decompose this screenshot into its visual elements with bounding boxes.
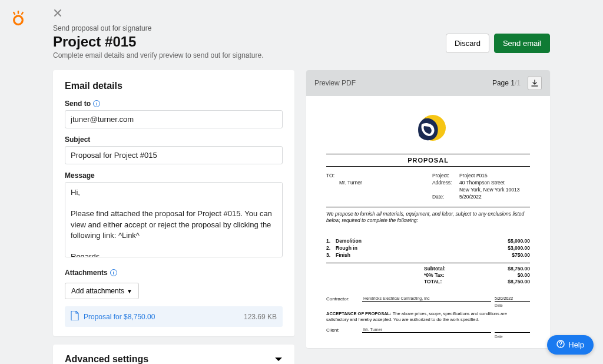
doc-address-line2: New York, New York 10013 bbox=[459, 187, 520, 193]
doc-project-label: Project: bbox=[432, 173, 459, 178]
doc-intro: We propose to furnish all materials, equ… bbox=[326, 207, 530, 224]
doc-date-value: 5/20/2022 bbox=[459, 194, 482, 200]
page-subtitle: Complete email details and verify previe… bbox=[53, 51, 264, 59]
email-details-card: Email details Send to i Subject Message … bbox=[53, 70, 294, 336]
info-icon[interactable]: i bbox=[93, 100, 100, 107]
info-icon[interactable]: i bbox=[110, 269, 117, 276]
add-attachments-button[interactable]: Add attachments ▼ bbox=[65, 283, 139, 299]
chevron-down-icon bbox=[274, 354, 283, 364]
doc-title: PROPOSAL bbox=[326, 154, 530, 167]
attachment-size: 123.69 KB bbox=[244, 313, 277, 321]
attachments-label: Attachments i bbox=[65, 269, 283, 277]
subject-label: Subject bbox=[65, 135, 283, 144]
download-button[interactable] bbox=[528, 76, 542, 90]
svg-rect-0 bbox=[18, 11, 19, 14]
chevron-down-icon: ▼ bbox=[127, 288, 132, 294]
doc-line-items: 1.Demolition$5,000.00 2.Rough in$3,000.0… bbox=[326, 238, 530, 263]
svg-rect-2 bbox=[21, 11, 24, 15]
doc-line-item: 1.Demolition$5,000.00 bbox=[326, 238, 530, 244]
doc-line-item: 2.Rough in$3,000.00 bbox=[326, 245, 530, 251]
email-details-heading: Email details bbox=[65, 81, 283, 91]
page-indicator: Page 1/1 bbox=[492, 79, 521, 87]
send-to-label: Send to i bbox=[65, 100, 283, 108]
message-label: Message bbox=[65, 171, 283, 180]
app-logo bbox=[11, 11, 26, 26]
advanced-settings-heading: Advanced settings bbox=[65, 354, 148, 364]
close-icon[interactable] bbox=[53, 7, 65, 21]
help-icon bbox=[556, 340, 565, 350]
company-logo bbox=[326, 112, 530, 148]
help-button[interactable]: Help bbox=[547, 335, 594, 355]
doc-line-item: 3.Finish$750.00 bbox=[326, 252, 530, 258]
preview-header-label: Preview PDF bbox=[314, 79, 356, 87]
attachment-row[interactable]: Proposal for $8,750.00 123.69 KB bbox=[65, 306, 283, 327]
doc-address-label: Address: bbox=[432, 180, 459, 186]
doc-project-value: Project #015 bbox=[459, 173, 488, 178]
send-to-input[interactable] bbox=[65, 110, 283, 128]
preview-card: Preview PDF Page 1/1 bbox=[306, 70, 550, 348]
doc-address-line1: 40 Thompson Street bbox=[459, 180, 505, 186]
doc-to-label: TO: bbox=[326, 173, 353, 178]
attachment-name: Proposal for $8,750.00 bbox=[84, 313, 155, 321]
document-preview: PROPOSAL TO: Mr. Turner Project:Project … bbox=[306, 96, 550, 348]
page-overline: Send proposal out for signature bbox=[53, 24, 550, 32]
message-textarea[interactable] bbox=[65, 182, 283, 257]
doc-totals: Subtotal:$8,750.00 *0% Tax:$0.00 TOTAL:$… bbox=[424, 266, 530, 284]
send-email-button[interactable]: Send email bbox=[494, 34, 550, 53]
svg-point-6 bbox=[560, 346, 561, 347]
contractor-signature-row: Contractor: Hendricks Electrical Contrac… bbox=[326, 296, 530, 302]
discard-button[interactable]: Discard bbox=[446, 34, 489, 53]
acceptance-text: ACCEPTANCE OF PROPOSAL: The above prices… bbox=[326, 311, 530, 323]
subject-input[interactable] bbox=[65, 146, 283, 164]
client-signature-row: Client: Mr. Turner bbox=[326, 327, 530, 333]
page-title: Project #015 bbox=[53, 34, 264, 50]
file-pdf-icon bbox=[71, 311, 79, 322]
doc-to-name: Mr. Turner bbox=[339, 180, 362, 186]
doc-date-label: Date: bbox=[432, 194, 459, 200]
advanced-settings-toggle[interactable]: Advanced settings bbox=[53, 345, 294, 364]
svg-rect-1 bbox=[13, 11, 16, 15]
svg-point-3 bbox=[14, 16, 23, 25]
